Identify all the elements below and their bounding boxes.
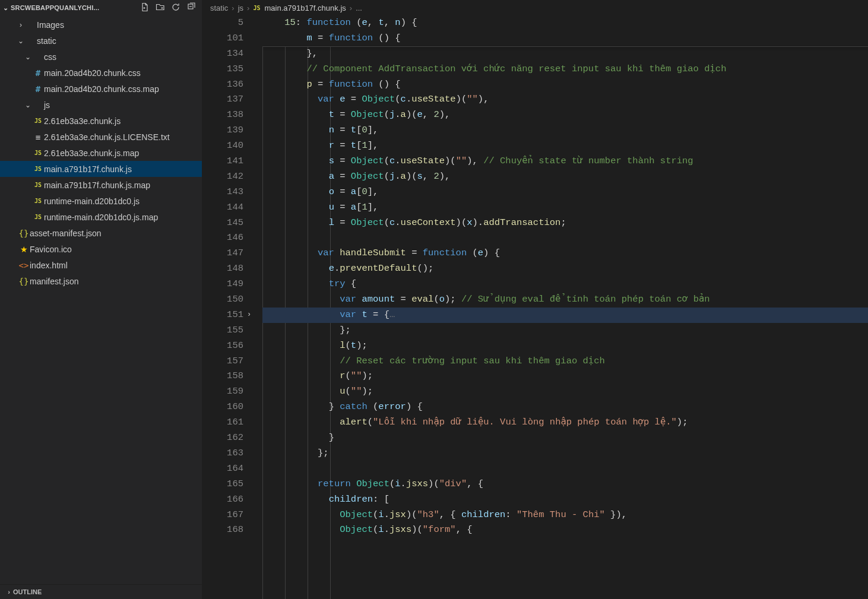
fold-glyph[interactable] bbox=[245, 323, 262, 338]
fold-glyph[interactable] bbox=[245, 169, 262, 185]
fold-glyph[interactable] bbox=[245, 200, 262, 215]
tree-item[interactable]: ★Favicon.ico bbox=[0, 241, 202, 257]
fold-glyph[interactable] bbox=[245, 477, 262, 492]
tree-item[interactable]: JS2.61eb3a3e.chunk.js bbox=[0, 113, 202, 129]
fold-glyph[interactable] bbox=[245, 261, 262, 277]
tree-item[interactable]: ≡2.61eb3a3e.chunk.js.LICENSE.txt bbox=[0, 129, 202, 145]
code-line: Object(i.jsx)("h3", { children: "Thêm Th… bbox=[262, 508, 868, 523]
tree-item[interactable]: {}asset-manifest.json bbox=[0, 225, 202, 241]
fold-glyph[interactable] bbox=[245, 508, 262, 523]
line-number: 138 bbox=[202, 107, 245, 123]
line-number: 137 bbox=[202, 92, 245, 107]
tree-item[interactable]: JSruntime-main.d20b1dc0.js bbox=[0, 193, 202, 209]
fold-glyph[interactable] bbox=[245, 415, 262, 430]
tree-item[interactable]: ⌄js bbox=[0, 97, 202, 113]
fold-glyph[interactable] bbox=[245, 138, 262, 154]
fold-glyph[interactable] bbox=[245, 384, 262, 400]
file-icon: JS bbox=[32, 150, 44, 156]
breadcrumb[interactable]: static › js › JS main.a791b17f.chunk.js … bbox=[202, 0, 868, 15]
chevron-right-icon: › bbox=[5, 588, 13, 595]
js-icon: JS bbox=[253, 5, 262, 11]
file-icon: # bbox=[32, 84, 44, 94]
tree-item-label: 2.61eb3a3e.chunk.js.LICENSE.txt bbox=[44, 132, 170, 142]
line-number: 101 bbox=[202, 31, 245, 46]
breadcrumb-segment[interactable]: static bbox=[210, 4, 228, 12]
fold-glyph[interactable] bbox=[245, 338, 262, 354]
tree-item[interactable]: JSmain.a791b17f.chunk.js.map bbox=[0, 177, 202, 193]
fold-glyph[interactable] bbox=[245, 15, 262, 31]
fold-glyph[interactable] bbox=[245, 461, 262, 477]
code-content[interactable]: 15: function (e, t, n) { m = function ()… bbox=[262, 15, 868, 599]
fold-glyph[interactable] bbox=[245, 77, 262, 93]
file-icon: <> bbox=[18, 261, 30, 270]
new-folder-icon[interactable] bbox=[156, 2, 165, 13]
breadcrumb-segment[interactable]: main.a791b17f.chunk.js bbox=[264, 4, 346, 12]
tree-item[interactable]: ⌄static bbox=[0, 33, 202, 49]
line-number: 142 bbox=[202, 169, 245, 185]
fold-glyph[interactable] bbox=[245, 246, 262, 261]
line-number: 159 bbox=[202, 384, 245, 400]
tree-item[interactable]: ›Images bbox=[0, 17, 202, 33]
code-line: return Object(i.jsxs)("div", { bbox=[262, 477, 868, 492]
fold-glyph[interactable] bbox=[245, 292, 262, 308]
line-number: 147 bbox=[202, 246, 245, 261]
fold-glyph[interactable] bbox=[245, 230, 262, 246]
line-number: 150 bbox=[202, 292, 245, 308]
tree-item[interactable]: #main.20ad4b20.chunk.css.map bbox=[0, 81, 202, 97]
line-number: 149 bbox=[202, 277, 245, 292]
code-line: a = Object(j.a)(s, 2), bbox=[262, 169, 868, 185]
fold-glyph[interactable] bbox=[245, 92, 262, 107]
tree-item-label: static bbox=[37, 36, 56, 46]
tree-item-label: Favicon.ico bbox=[30, 245, 72, 254]
fold-glyph[interactable] bbox=[245, 62, 262, 77]
fold-glyph[interactable] bbox=[245, 46, 262, 62]
tree-item[interactable]: JSruntime-main.d20b1dc0.js.map bbox=[0, 209, 202, 225]
line-number: 136 bbox=[202, 77, 245, 93]
tree-item[interactable]: JSmain.a791b17f.chunk.js bbox=[0, 161, 202, 177]
fold-glyph[interactable] bbox=[245, 492, 262, 508]
code-line: // Component AddTransaction với chức năn… bbox=[262, 62, 868, 77]
collapse-all-icon[interactable] bbox=[186, 2, 196, 13]
code-editor[interactable]: 5101134135136137138139140141142143144145… bbox=[202, 15, 868, 599]
chevron-right-icon: › bbox=[246, 4, 251, 12]
file-icon: {} bbox=[18, 277, 30, 286]
breadcrumb-segment[interactable]: js bbox=[238, 4, 243, 12]
code-line: // Reset các trường input sau khi thêm g… bbox=[262, 354, 868, 369]
fold-glyph[interactable] bbox=[245, 430, 262, 446]
fold-glyph[interactable] bbox=[245, 31, 262, 46]
fold-glyph[interactable] bbox=[245, 154, 262, 169]
code-line: alert("Lỗi khi nhập dữ liệu. Vui lòng nh… bbox=[262, 415, 868, 430]
fold-glyph[interactable] bbox=[245, 185, 262, 200]
tree-item[interactable]: #main.20ad4b20.chunk.css bbox=[0, 65, 202, 81]
fold-glyph[interactable] bbox=[245, 400, 262, 415]
line-number: 135 bbox=[202, 62, 245, 77]
breadcrumb-segment[interactable]: ... bbox=[356, 4, 362, 12]
fold-glyph[interactable] bbox=[245, 522, 262, 538]
fold-glyph[interactable]: › bbox=[245, 308, 262, 323]
fold-glyph[interactable] bbox=[245, 354, 262, 369]
fold-glyph[interactable] bbox=[245, 215, 262, 231]
fold-glyph[interactable] bbox=[245, 369, 262, 384]
file-icon: JS bbox=[32, 214, 44, 220]
fold-glyph[interactable] bbox=[245, 277, 262, 292]
tree-item[interactable]: ⌄css bbox=[0, 49, 202, 65]
code-line: try { bbox=[262, 277, 868, 292]
fold-glyph[interactable] bbox=[245, 123, 262, 138]
line-number: 146 bbox=[202, 230, 245, 246]
line-number: 139 bbox=[202, 123, 245, 138]
fold-glyph[interactable] bbox=[245, 107, 262, 123]
tree-item-label: css bbox=[44, 52, 56, 62]
fold-gutter: › bbox=[245, 15, 262, 599]
chevron-down-icon[interactable]: ⌄ bbox=[1, 4, 11, 12]
tree-item[interactable]: {}manifest.json bbox=[0, 273, 202, 289]
tree-item[interactable]: JS2.61eb3a3e.chunk.js.map bbox=[0, 145, 202, 161]
tree-item-label: Images bbox=[37, 20, 64, 30]
outline-header[interactable]: › OUTLINE bbox=[0, 584, 202, 599]
explorer-header: ⌄ SRCWEBAPPQUANLYCHI... bbox=[0, 0, 202, 15]
refresh-icon[interactable] bbox=[171, 2, 180, 13]
tree-item[interactable]: <>index.html bbox=[0, 257, 202, 273]
fold-glyph[interactable] bbox=[245, 446, 262, 461]
new-file-icon[interactable] bbox=[140, 2, 150, 13]
tree-item-label: 2.61eb3a3e.chunk.js bbox=[44, 116, 121, 126]
file-icon: {} bbox=[18, 229, 30, 238]
